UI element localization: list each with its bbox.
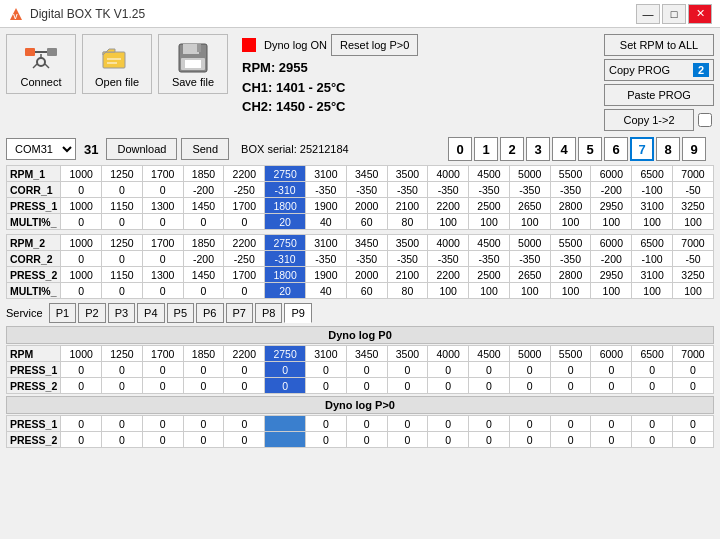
cell: 0: [61, 182, 102, 198]
cell: [265, 432, 306, 448]
connect-button[interactable]: Connect: [6, 34, 76, 94]
cell: 80: [387, 214, 428, 230]
num-box-8[interactable]: 8: [656, 137, 680, 161]
service-tab-p8[interactable]: P8: [255, 303, 282, 323]
cell: 2200: [428, 267, 469, 283]
cell: 0: [183, 378, 224, 394]
send-button[interactable]: Send: [181, 138, 229, 160]
row-label-press1: PRESS_1: [7, 416, 61, 432]
cell: -350: [346, 251, 387, 267]
num-box-5[interactable]: 5: [578, 137, 602, 161]
num-box-7[interactable]: 7: [630, 137, 654, 161]
cell: 4500: [469, 235, 510, 251]
cell: -350: [469, 251, 510, 267]
cell: 3500: [387, 166, 428, 182]
cell: 1700: [224, 198, 265, 214]
cell: 0: [102, 362, 143, 378]
cell: 3100: [632, 198, 673, 214]
service-tab-p6[interactable]: P6: [196, 303, 223, 323]
cell: 40: [305, 283, 346, 299]
com-port-select[interactable]: COM31: [6, 138, 76, 160]
cell: 1250: [102, 346, 143, 362]
cell: -50: [673, 182, 714, 198]
svg-rect-2: [25, 48, 35, 56]
cell: 2000: [346, 198, 387, 214]
cell: 100: [550, 283, 591, 299]
cell: 1000: [61, 166, 102, 182]
service-tab-p2[interactable]: P2: [78, 303, 105, 323]
cell: 2200: [224, 346, 265, 362]
cell: -200: [591, 182, 632, 198]
cell: 0: [591, 378, 632, 394]
reset-log-button[interactable]: Reset log P>0: [331, 34, 418, 56]
cell: 0: [183, 283, 224, 299]
paste-prog-button[interactable]: Paste PROG: [604, 84, 714, 106]
num-boxes: 0123456789: [448, 137, 706, 161]
set-rpm-all-button[interactable]: Set RPM to ALL: [604, 34, 714, 56]
cell: 0: [142, 251, 183, 267]
save-file-icon: [175, 40, 211, 76]
service-tab-p5[interactable]: P5: [167, 303, 194, 323]
cell: 4500: [469, 166, 510, 182]
download-button[interactable]: Download: [106, 138, 177, 160]
cell: 0: [142, 432, 183, 448]
cell: 6000: [591, 346, 632, 362]
minimize-button[interactable]: —: [636, 4, 660, 24]
service-tab-p9[interactable]: P9: [284, 303, 311, 323]
num-box-3[interactable]: 3: [526, 137, 550, 161]
cell: 0: [102, 283, 143, 299]
cell: 3450: [346, 166, 387, 182]
cell: 2950: [591, 198, 632, 214]
cell: 5000: [509, 346, 550, 362]
cell: 0: [632, 362, 673, 378]
maximize-button[interactable]: □: [662, 4, 686, 24]
copy-prog-button[interactable]: Copy PROG 2: [604, 59, 714, 81]
cell: 6000: [591, 235, 632, 251]
table1-section: RPM_110001250170018502200275031003450350…: [6, 165, 714, 230]
service-tab-p1[interactable]: P1: [49, 303, 76, 323]
cell: 0: [346, 432, 387, 448]
cell: 2750: [265, 235, 306, 251]
cell: 2650: [509, 267, 550, 283]
cell: 0: [550, 416, 591, 432]
service-tab-p4[interactable]: P4: [137, 303, 164, 323]
service-tab-p3[interactable]: P3: [108, 303, 135, 323]
cell: -100: [632, 251, 673, 267]
cell: 0: [632, 378, 673, 394]
box-serial: BOX serial: 25212184: [241, 143, 349, 155]
cell: 0: [224, 283, 265, 299]
save-file-button[interactable]: Save file: [158, 34, 228, 94]
cell: 0: [346, 378, 387, 394]
num-box-1[interactable]: 1: [474, 137, 498, 161]
cell: -100: [632, 182, 673, 198]
cell: 5500: [550, 166, 591, 182]
cell: 1250: [102, 166, 143, 182]
dyno-status-indicator: [242, 38, 256, 52]
cell: 100: [509, 283, 550, 299]
num-box-6[interactable]: 6: [604, 137, 628, 161]
num-box-9[interactable]: 9: [682, 137, 706, 161]
copy-1to2-checkbox[interactable]: [698, 113, 712, 127]
cell: -350: [428, 251, 469, 267]
cell: -350: [509, 182, 550, 198]
service-tab-p7[interactable]: P7: [226, 303, 253, 323]
close-button[interactable]: ✕: [688, 4, 712, 24]
cell: 0: [183, 214, 224, 230]
cell: 1300: [142, 198, 183, 214]
cell: 1000: [61, 267, 102, 283]
open-file-button[interactable]: Open file: [82, 34, 152, 94]
copy-1to2-button[interactable]: Copy 1->2: [604, 109, 694, 131]
connect-icon: [23, 40, 59, 76]
main-content: Connect Open file: [0, 28, 720, 454]
num-box-4[interactable]: 4: [552, 137, 576, 161]
row-label-multi: MULTI%_: [7, 214, 61, 230]
copy-prog-label: Copy PROG: [609, 64, 670, 76]
cell: 3450: [346, 346, 387, 362]
cell: 0: [102, 251, 143, 267]
num-box-2[interactable]: 2: [500, 137, 524, 161]
dyno-log-p0-section: Dyno log P0 RPM1000125017001850220027503…: [6, 326, 714, 394]
cell: 4500: [469, 346, 510, 362]
num-box-0[interactable]: 0: [448, 137, 472, 161]
cell: 2800: [550, 198, 591, 214]
open-file-icon: [99, 40, 135, 76]
